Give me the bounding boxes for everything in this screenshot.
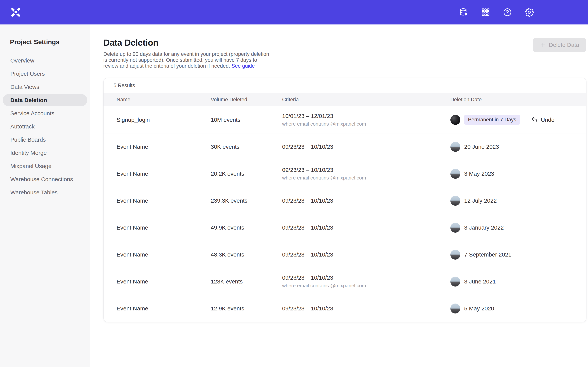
sidebar-item-identity-merge[interactable]: Identity Merge — [3, 147, 87, 159]
row-name: Event Name — [117, 225, 211, 231]
delete-data-button[interactable]: Delete Data — [533, 38, 586, 52]
table-body: Signup_login 10M events 10/01/23 – 12/01… — [104, 106, 586, 322]
user-avatar — [450, 250, 460, 259]
sidebar-item-warehouse-tables[interactable]: Warehouse Tables — [3, 186, 87, 199]
sidebar-item-service-accounts[interactable]: Service Accounts — [3, 107, 87, 119]
sidebar-item-label: Warehouse Tables — [10, 189, 58, 196]
row-name: Signup_login — [117, 117, 211, 123]
row-deletion-date: 7 September 2021 — [450, 250, 586, 259]
user-avatar — [450, 277, 460, 286]
table-row: Event Name 48.3K events 09/23/23 – 10/10… — [104, 241, 586, 268]
row-criteria-filter: where email contains @mixpanel.com — [282, 175, 450, 181]
apps-grid-icon[interactable] — [481, 8, 490, 17]
deletion-date-text: 3 June 2021 — [464, 278, 496, 285]
row-name: Event Name — [117, 278, 211, 285]
user-avatar — [450, 142, 460, 152]
row-criteria-range: 09/23/23 – 10/10/23 — [282, 251, 450, 258]
row-volume: 20.2K events — [211, 170, 282, 177]
row-name: Event Name — [117, 143, 211, 150]
column-header: Deletion Date — [450, 97, 586, 103]
column-header: Name — [117, 97, 211, 103]
row-volume: 30K events — [211, 143, 282, 150]
undo-icon — [531, 116, 538, 124]
sidebar: Project Settings Overview Project Users … — [0, 25, 90, 367]
deletion-date-text: 12 July 2022 — [464, 197, 497, 204]
row-criteria-range: 10/01/23 – 12/01/23 — [282, 113, 450, 119]
sidebar-item-data-views[interactable]: Data Views — [3, 81, 87, 93]
user-avatar — [450, 223, 460, 233]
delete-data-label: Delete Data — [549, 42, 579, 48]
main-content: Data Deletion Delete up to 90 days data … — [90, 25, 588, 367]
see-guide-link[interactable]: See guide — [231, 63, 255, 69]
row-name: Event Name — [117, 305, 211, 312]
column-header: Volume Deleted — [211, 97, 282, 103]
row-name: Event Name — [117, 170, 211, 177]
row-deletion-date: 3 June 2021 — [450, 277, 586, 286]
results-count: 5 Results — [104, 78, 586, 93]
sidebar-item-label: Data Deletion — [10, 97, 47, 103]
user-avatar — [450, 115, 460, 125]
user-avatar — [450, 304, 460, 314]
row-deletion-date: 3 January 2022 — [450, 223, 586, 233]
page-description: Delete up to 90 days data for any event … — [103, 51, 273, 69]
row-criteria: 09/23/23 – 10/10/23 where email contains… — [282, 275, 450, 289]
row-criteria-range: 09/23/23 – 10/10/23 — [282, 167, 450, 173]
sidebar-item-autotrack[interactable]: Autotrack — [3, 120, 87, 133]
row-deletion-date: Permanent in 7 Days Undo — [450, 115, 586, 125]
row-criteria: 09/23/23 – 10/10/23 where email contains… — [282, 167, 450, 181]
table-row: Signup_login 10M events 10/01/23 – 12/01… — [104, 106, 586, 133]
row-deletion-date: 5 May 2020 — [450, 304, 586, 314]
row-criteria-range: 09/23/23 – 10/10/23 — [282, 143, 450, 150]
status-badge: Permanent in 7 Days — [464, 115, 520, 125]
sidebar-item-label: Public Boards — [10, 136, 46, 143]
settings-gear-icon[interactable] — [525, 8, 534, 17]
table-row: Event Name 20.2K events 09/23/23 – 10/10… — [104, 160, 586, 187]
row-criteria: 09/23/23 – 10/10/23 — [282, 251, 450, 258]
row-volume: 48.3K events — [211, 251, 282, 258]
user-avatar — [450, 169, 460, 179]
sidebar-item-data-deletion[interactable]: Data Deletion — [3, 94, 87, 106]
row-volume: 12.9K events — [211, 305, 282, 312]
column-header: Criteria — [282, 97, 450, 103]
row-criteria-range: 09/23/23 – 10/10/23 — [282, 275, 450, 281]
row-deletion-date: 12 July 2022 — [450, 196, 586, 206]
sidebar-nav: Overview Project Users Data Views Data D… — [0, 54, 90, 199]
help-icon[interactable] — [503, 8, 512, 17]
sidebar-item-label: Autotrack — [10, 123, 35, 130]
row-criteria: 09/23/23 – 10/10/23 — [282, 225, 450, 231]
sidebar-item-project-users[interactable]: Project Users — [3, 68, 87, 80]
deletion-date-text: 20 June 2023 — [464, 143, 499, 150]
row-volume: 49.9K events — [211, 225, 282, 231]
row-criteria: 09/23/23 – 10/10/23 — [282, 197, 450, 204]
sidebar-item-public-boards[interactable]: Public Boards — [3, 133, 87, 146]
row-criteria-range: 09/23/23 – 10/10/23 — [282, 225, 450, 231]
deletion-date-text: 5 May 2020 — [464, 305, 494, 312]
sidebar-item-warehouse-connections[interactable]: Warehouse Connections — [3, 173, 87, 185]
undo-label: Undo — [541, 117, 554, 123]
row-criteria-range: 09/23/23 – 10/10/23 — [282, 197, 450, 204]
row-criteria: 10/01/23 – 12/01/23 where email contains… — [282, 113, 450, 127]
user-avatar — [450, 196, 460, 206]
mixpanel-logo[interactable] — [11, 7, 21, 17]
row-criteria-range: 09/23/23 – 10/10/23 — [282, 305, 450, 312]
row-criteria: 09/23/23 – 10/10/23 — [282, 305, 450, 312]
row-criteria-filter: where email contains @mixpanel.com — [282, 121, 450, 127]
page-title: Data Deletion — [103, 37, 587, 48]
sidebar-item-label: Identity Merge — [10, 150, 47, 156]
top-bar — [0, 0, 588, 25]
sidebar-item-overview[interactable]: Overview — [3, 54, 87, 67]
row-deletion-date: 3 May 2023 — [450, 169, 586, 179]
topbar-icon-group — [459, 8, 534, 17]
table-row: Event Name 30K events 09/23/23 – 10/10/2… — [104, 133, 586, 160]
sidebar-item-label: Warehouse Connections — [10, 176, 73, 183]
deletion-table-card: 5 Results Name Volume Deleted Criteria D… — [103, 78, 587, 322]
sidebar-item-label: Project Users — [10, 71, 45, 77]
data-management-icon[interactable] — [459, 8, 468, 17]
undo-button[interactable]: Undo — [531, 116, 554, 124]
sidebar-item-mixpanel-usage[interactable]: Mixpanel Usage — [3, 160, 87, 172]
row-deletion-date: 20 June 2023 — [450, 142, 586, 152]
table-row: Event Name 123K events 09/23/23 – 10/10/… — [104, 268, 586, 295]
table-row: Event Name 239.3K events 09/23/23 – 10/1… — [104, 187, 586, 214]
row-criteria: 09/23/23 – 10/10/23 — [282, 143, 450, 150]
sidebar-title: Project Settings — [0, 38, 90, 46]
